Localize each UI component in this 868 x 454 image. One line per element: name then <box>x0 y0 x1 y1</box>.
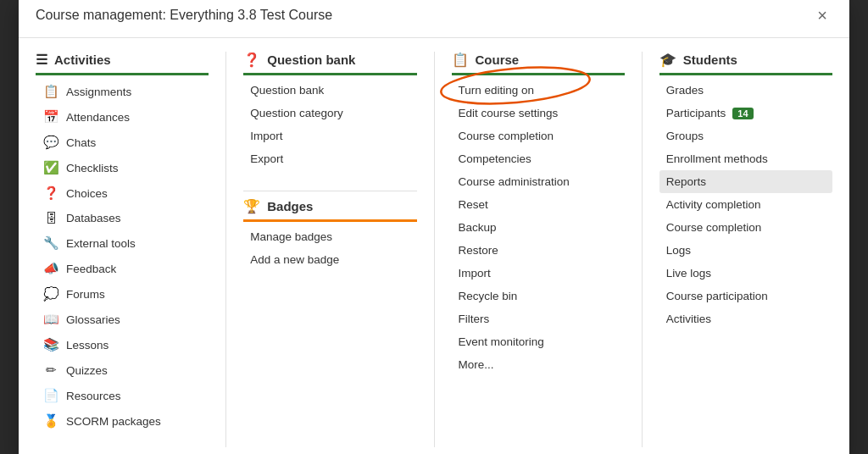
activities-label: Activities <box>666 313 711 325</box>
menu-item-reset[interactable]: Reset <box>452 193 625 216</box>
choices-icon: ❓ <box>42 185 59 201</box>
menu-item-enrollment-methods[interactable]: Enrollment methods <box>659 147 832 170</box>
menu-item-edit-course-settings[interactable]: Edit course settings <box>452 102 625 125</box>
question-bank-header: ❓ Question bank <box>243 52 416 75</box>
assignments-icon: 📋 <box>42 84 59 99</box>
badges-section: 🏆 Badges Manage badges Add a new badge <box>243 198 416 271</box>
menu-item-qb-import[interactable]: Import <box>243 125 416 147</box>
activities-menu: 📋 Assignments 📅 Attendances 💬 Chats <box>36 79 209 434</box>
col-divider-3 <box>642 52 643 447</box>
menu-item-activities[interactable]: Activities <box>659 307 832 330</box>
menu-item-event-monitoring[interactable]: Event monitoring <box>452 330 625 353</box>
external-tools-label: External tools <box>66 237 136 250</box>
students-menu: Grades Participants 14 Groups Enrollment… <box>659 79 832 330</box>
menu-item-feedback[interactable]: 📣 Feedback <box>36 256 209 281</box>
chats-icon: 💬 <box>42 135 59 150</box>
recycle-bin-label: Recycle bin <box>459 290 518 302</box>
modal-overlay: Course management: Everything 3.8 Test C… <box>0 0 868 454</box>
choices-label: Choices <box>66 187 108 200</box>
checklists-icon: ✅ <box>42 160 59 175</box>
menu-item-restore[interactable]: Restore <box>452 239 625 262</box>
course-import-label: Import <box>459 267 491 280</box>
menu-item-live-logs[interactable]: Live logs <box>659 262 832 285</box>
students-course-completion-label: Course completion <box>666 221 762 234</box>
course-completion-label: Course completion <box>459 130 554 142</box>
attendances-icon: 📅 <box>42 109 59 125</box>
menu-item-reports[interactable]: Reports <box>659 170 832 193</box>
live-logs-label: Live logs <box>666 267 711 280</box>
menu-item-course-admin[interactable]: Course administration <box>452 170 625 193</box>
menu-item-quizzes[interactable]: ✏ Quizzes <box>36 357 209 383</box>
menu-item-more[interactable]: More... <box>452 353 625 376</box>
turn-editing-on-label: Turn editing on <box>459 84 535 97</box>
modal-close-button[interactable]: × <box>812 5 832 25</box>
menu-item-question-bank[interactable]: Question bank <box>243 79 416 102</box>
edit-course-settings-label: Edit course settings <box>459 107 559 119</box>
menu-item-course-completion[interactable]: Course completion <box>452 125 625 147</box>
menu-item-lessons[interactable]: 📚 Lessons <box>36 332 209 357</box>
enrollment-methods-label: Enrollment methods <box>666 152 768 165</box>
menu-item-resources[interactable]: 📄 Resources <box>36 383 209 408</box>
activities-section-header: ☰ Activities <box>36 52 209 75</box>
external-tools-icon: 🔧 <box>42 235 59 251</box>
activities-section: ☰ Activities 📋 Assignments 📅 Attendances <box>36 52 209 434</box>
resources-label: Resources <box>66 390 121 402</box>
assignments-label: Assignments <box>66 86 131 98</box>
filters-label: Filters <box>459 313 490 325</box>
menu-item-competencies[interactable]: Competencies <box>452 147 625 170</box>
menu-item-add-badge[interactable]: Add a new badge <box>243 248 416 271</box>
menu-item-logs[interactable]: Logs <box>659 239 832 262</box>
menu-item-scorm[interactable]: 🏅 SCORM packages <box>36 408 209 434</box>
forums-icon: 💭 <box>42 286 59 302</box>
menu-item-manage-badges[interactable]: Manage badges <box>243 225 416 248</box>
feedback-icon: 📣 <box>42 261 59 276</box>
menu-item-grades[interactable]: Grades <box>659 79 832 102</box>
chats-label: Chats <box>66 136 96 149</box>
competencies-label: Competencies <box>459 152 531 165</box>
menu-item-course-participation[interactable]: Course participation <box>659 285 832 307</box>
col-divider-1 <box>225 52 226 447</box>
question-bank-label: Question bank <box>250 84 324 97</box>
menu-item-participants[interactable]: Participants 14 <box>659 102 832 125</box>
manage-badges-label: Manage badges <box>250 230 332 243</box>
forums-label: Forums <box>66 288 105 301</box>
badges-header: 🏆 Badges <box>243 198 416 222</box>
menu-item-forums[interactable]: 💭 Forums <box>36 281 209 307</box>
menu-item-filters[interactable]: Filters <box>452 307 625 330</box>
databases-icon: 🗄 <box>42 211 59 225</box>
backup-label: Backup <box>459 221 497 234</box>
course-menu: Turn editing on Edit course settings Cou… <box>452 79 625 376</box>
menu-item-students-course-completion[interactable]: Course completion <box>659 216 832 239</box>
lessons-icon: 📚 <box>42 337 59 352</box>
students-section: 🎓 Students Grades Participants 14 Groups <box>659 52 832 330</box>
menu-item-groups[interactable]: Groups <box>659 125 832 147</box>
menu-item-recycle-bin[interactable]: Recycle bin <box>452 285 625 307</box>
checklists-label: Checklists <box>66 162 119 174</box>
students-title: Students <box>683 53 737 67</box>
scorm-icon: 🏅 <box>42 413 59 429</box>
course-section-header: 📋 Course <box>452 52 625 75</box>
menu-item-choices[interactable]: ❓ Choices <box>36 180 209 206</box>
menu-item-chats[interactable]: 💬 Chats <box>36 130 209 155</box>
groups-label: Groups <box>666 130 704 142</box>
badges-icon: 🏆 <box>243 198 260 214</box>
menu-item-turn-editing-on[interactable]: Turn editing on <box>452 79 625 102</box>
course-section-icon: 📋 <box>452 52 469 68</box>
menu-item-attendances[interactable]: 📅 Attendances <box>36 104 209 130</box>
menu-item-qb-export[interactable]: Export <box>243 147 416 170</box>
feedback-label: Feedback <box>66 263 116 275</box>
menu-item-activity-completion[interactable]: Activity completion <box>659 193 832 216</box>
menu-item-glossaries[interactable]: 📖 Glossaries <box>36 307 209 332</box>
menu-item-databases[interactable]: 🗄 Databases <box>36 206 209 230</box>
menu-item-assignments[interactable]: 📋 Assignments <box>36 79 209 104</box>
question-bank-icon: ❓ <box>243 52 260 68</box>
menu-item-backup[interactable]: Backup <box>452 216 625 239</box>
menu-item-checklists[interactable]: ✅ Checklists <box>36 155 209 180</box>
question-bank-menu: Question bank Question category Import E… <box>243 79 416 170</box>
menu-item-external-tools[interactable]: 🔧 External tools <box>36 230 209 256</box>
restore-label: Restore <box>459 244 498 257</box>
qb-import-label: Import <box>250 130 282 142</box>
menu-item-question-category[interactable]: Question category <box>243 102 416 125</box>
menu-item-course-import[interactable]: Import <box>452 262 625 285</box>
glossaries-icon: 📖 <box>42 312 59 327</box>
